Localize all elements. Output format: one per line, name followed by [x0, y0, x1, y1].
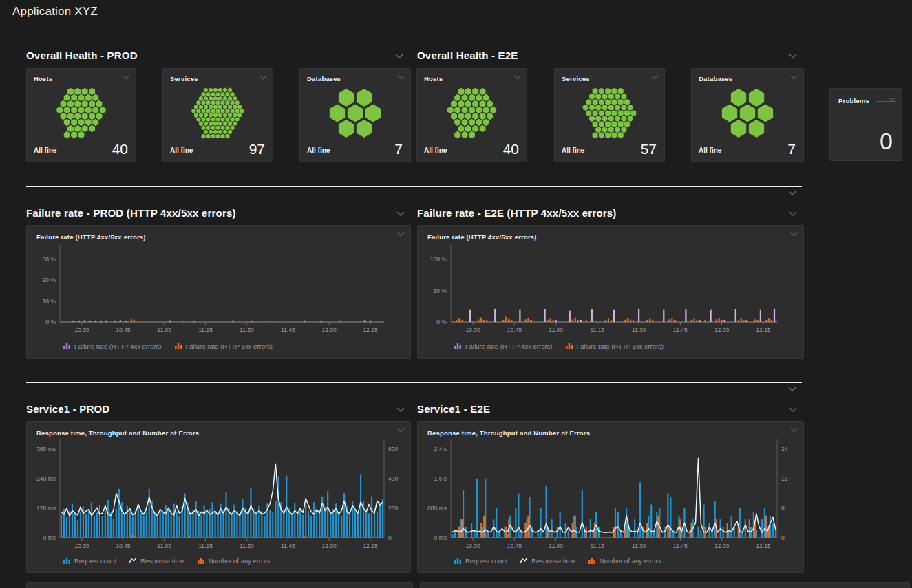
failure-rate-chart[interactable]: 0 %50 %100 %10:3010:4511:0011:1511:3011:…: [418, 226, 803, 358]
svg-text:10:30: 10:30: [465, 327, 480, 334]
legend-item[interactable]: Response time: [129, 556, 184, 565]
svg-text:12:15: 12:15: [363, 543, 378, 549]
health-tile-hosts-e2e[interactable]: Hosts All fine 40: [416, 68, 527, 162]
problems-tile[interactable]: Problems 0: [829, 88, 902, 161]
chart-tile-failure-e2e[interactable]: Failure rate (HTTP 4xx/5xx errors) 0 %50…: [417, 225, 804, 359]
svg-text:120 ms: 120 ms: [36, 505, 56, 512]
svg-text:11:30: 11:30: [632, 327, 646, 334]
chart-tile-service1-prod[interactable]: Response time, Throughput and Number of …: [26, 421, 411, 573]
chevron-down-icon[interactable]: [889, 97, 896, 102]
chevron-down-icon[interactable]: [513, 75, 521, 80]
chevron-down-icon[interactable]: [651, 75, 659, 80]
svg-text:10:30: 10:30: [465, 543, 480, 549]
honeycomb-services: [163, 85, 273, 141]
legend-label: Number of any errors: [209, 557, 271, 565]
section-header-failure-prod: Failure rate - PROD (HTTP 4xx/5xx errors…: [26, 207, 236, 219]
chevron-down-icon[interactable]: [123, 75, 130, 80]
entity-count: 97: [249, 141, 265, 157]
honeycomb-databases: [692, 85, 803, 141]
entity-count: 57: [641, 141, 657, 157]
chevron-down-icon[interactable]: [396, 407, 405, 413]
chart-legend: Failure rate (HTTP 4xx errors)Failure ra…: [454, 342, 664, 350]
legend-item[interactable]: Failure rate (HTTP 4xx errors): [63, 342, 162, 350]
honeycomb-hosts: [27, 85, 136, 141]
section-header-overall-health-e2e: Overall Health - E2E: [417, 50, 518, 61]
chevron-down-icon[interactable]: [788, 386, 796, 392]
chart-tile-service1-e2e[interactable]: Response time, Throughput and Number of …: [417, 421, 804, 573]
tile-title: Hosts: [424, 75, 443, 83]
line-chart-icon: [520, 556, 528, 565]
legend-item[interactable]: Failure rate (HTTP 4xx errors): [454, 342, 553, 350]
chart-tile-failure-prod[interactable]: Failure rate (HTTP 4xx/5xx errors) 0 %10…: [26, 225, 411, 359]
bar-chart-icon: [197, 556, 205, 565]
chart-legend: Failure rate (HTTP 4xx errors)Failure ra…: [63, 342, 273, 350]
svg-text:20 %: 20 %: [43, 276, 56, 283]
tile-title: Databases: [699, 75, 732, 83]
svg-text:11:30: 11:30: [632, 543, 646, 549]
svg-text:50 %: 50 %: [434, 287, 447, 294]
legend-item[interactable]: Response time: [520, 556, 575, 565]
section-header-service1-e2e: Service1 - E2E: [417, 403, 490, 415]
legend-item[interactable]: Failure rate (HTTP 5xx errors): [565, 342, 664, 350]
chevron-down-icon[interactable]: [396, 211, 405, 217]
svg-text:11:15: 11:15: [591, 543, 605, 549]
legend-label: Request count: [465, 557, 507, 565]
entity-count: 7: [394, 141, 403, 157]
svg-text:11:30: 11:30: [240, 327, 254, 334]
svg-text:10:45: 10:45: [116, 327, 131, 334]
service-metrics-chart[interactable]: 0 ms120 ms240 ms360 ms020040060010:3010:…: [27, 422, 410, 572]
health-tile-services-prod[interactable]: Services All fine 97: [162, 68, 273, 162]
svg-text:10:30: 10:30: [74, 327, 89, 334]
next-row-tile-edge: [420, 582, 910, 588]
health-tile-databases-prod[interactable]: Databases All fine 7: [299, 68, 411, 162]
bar-chart-icon: [174, 342, 182, 350]
svg-text:10:30: 10:30: [74, 543, 89, 549]
svg-text:0 ms: 0 ms: [434, 534, 447, 541]
svg-text:0 %: 0 %: [436, 318, 447, 325]
chevron-down-icon[interactable]: [788, 190, 796, 196]
chevron-down-icon[interactable]: [397, 75, 405, 80]
bar-chart-icon: [63, 556, 71, 565]
legend-item[interactable]: Number of any errors: [197, 556, 271, 565]
service-metrics-chart[interactable]: 0 ms800 ms1.6 s2.4 s08162410:3010:4511:0…: [418, 422, 803, 572]
legend-label: Failure rate (HTTP 4xx errors): [74, 342, 162, 350]
svg-text:240 ms: 240 ms: [36, 475, 56, 482]
health-tile-hosts-prod[interactable]: Hosts All fine 40: [26, 68, 136, 162]
section-header-failure-e2e: Failure rate - E2E (HTTP 4xx/5xx errors): [417, 207, 617, 219]
honeycomb-services: [555, 85, 664, 141]
failure-rate-chart[interactable]: 0 %10 %20 %30 %10:3010:4511:0011:1511:30…: [27, 226, 410, 358]
status-text: All fine: [170, 146, 193, 154]
svg-text:12:15: 12:15: [756, 327, 771, 334]
svg-text:11:00: 11:00: [549, 543, 563, 549]
svg-text:11:15: 11:15: [198, 543, 213, 549]
status-text: All fine: [699, 146, 721, 154]
legend-item[interactable]: Request count: [63, 556, 116, 565]
honeycomb-databases: [300, 85, 410, 141]
svg-text:12:00: 12:00: [322, 543, 337, 549]
chart-legend: Request countResponse timeNumber of any …: [454, 556, 661, 565]
line-chart-icon: [129, 556, 137, 565]
legend-item[interactable]: Number of any errors: [588, 556, 661, 565]
chevron-down-icon[interactable]: [789, 407, 797, 413]
chevron-down-icon[interactable]: [789, 54, 797, 59]
svg-text:12:00: 12:00: [714, 327, 730, 334]
legend-item[interactable]: Request count: [454, 556, 507, 565]
chevron-down-icon[interactable]: [395, 54, 403, 59]
health-tile-services-e2e[interactable]: Services All fine 57: [554, 68, 665, 162]
section-header-overall-health-prod: Overall Health - PROD: [26, 50, 138, 61]
chevron-down-icon[interactable]: [790, 75, 798, 80]
tile-title: Services: [170, 75, 198, 83]
legend-item[interactable]: Failure rate (HTTP 5xx errors): [174, 342, 273, 350]
svg-text:0 %: 0 %: [45, 318, 56, 325]
svg-text:10:45: 10:45: [507, 543, 522, 549]
bar-chart-icon: [588, 556, 596, 565]
chevron-down-icon[interactable]: [789, 211, 797, 217]
tile-title: Services: [562, 75, 590, 83]
bar-chart-icon: [454, 556, 462, 565]
chart-legend: Request countResponse timeNumber of any …: [63, 556, 270, 565]
chevron-down-icon[interactable]: [259, 75, 267, 80]
status-text: All fine: [34, 146, 56, 154]
health-tile-databases-e2e[interactable]: Databases All fine 7: [691, 68, 804, 162]
svg-text:24: 24: [781, 446, 788, 453]
entity-count: 40: [112, 141, 128, 157]
